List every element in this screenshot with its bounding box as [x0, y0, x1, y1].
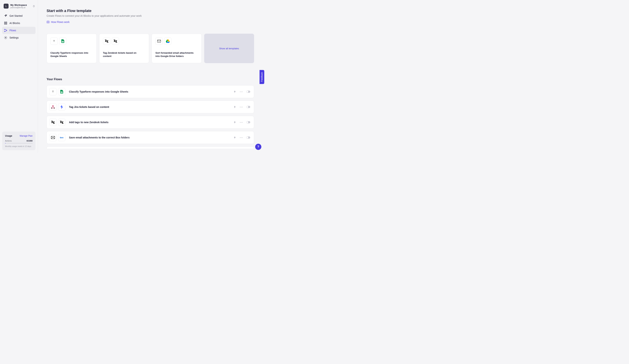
template-title: Classify Typeform responses into Google …	[50, 51, 93, 58]
google-drive-icon	[164, 37, 171, 45]
flow-toggle[interactable]	[246, 121, 250, 123]
google-sheets-icon	[58, 88, 65, 95]
sidebar: L My Workspace patricia@levity.ai Get St…	[0, 0, 38, 153]
usage-progress-bar	[5, 143, 33, 143]
flow-toggle[interactable]	[246, 91, 250, 93]
svg-rect-1	[6, 22, 7, 23]
template-title: Sort forwarded email attachments into Go…	[156, 51, 198, 58]
flow-row[interactable]: Tag Jira tickets based on content	[47, 101, 254, 113]
usage-reset-note: Monthly usage resets in 12 days	[5, 145, 33, 147]
flow-toggle[interactable]	[246, 106, 250, 108]
svg-point-4	[4, 29, 5, 30]
email-outline-icon	[49, 134, 57, 141]
more-menu-button[interactable]	[240, 107, 243, 107]
svg-rect-2	[4, 23, 5, 24]
sparkle-icon	[4, 14, 7, 17]
svg-point-6	[6, 30, 7, 31]
grid-icon	[4, 21, 7, 25]
svg-rect-0	[4, 22, 5, 23]
chevron-up-down-icon	[33, 5, 35, 7]
flow-row[interactable]	[47, 146, 254, 149]
sidebar-item-flows[interactable]: Flows	[2, 27, 35, 34]
how-flows-work-link[interactable]: How Flows work	[47, 20, 70, 23]
usage-title: Usage	[5, 134, 12, 137]
templates-grid: T Classify Typeform responses into Googl…	[47, 34, 254, 63]
more-menu-button[interactable]	[240, 137, 243, 138]
template-title: Tag Zendesk tickets based on content	[103, 51, 146, 58]
zendesk-icon	[58, 119, 65, 126]
svg-point-7	[5, 37, 6, 38]
flow-toggle[interactable]	[246, 136, 250, 139]
flow-title: Classify Typeform responses into Google …	[69, 90, 230, 93]
flow-row[interactable]: box Save email attachments to the correc…	[47, 131, 254, 144]
flows-icon	[4, 29, 7, 32]
zendesk-icon	[49, 119, 57, 126]
flow-title: Tag Jira tickets based on content	[69, 106, 230, 109]
usage-actions-label: Actions	[5, 140, 12, 142]
typeform-icon: T	[50, 37, 58, 45]
flow-row[interactable]: T Classify Typeform responses into Googl…	[47, 85, 254, 98]
workspace-email: patricia@levity.ai	[10, 6, 31, 8]
usage-card: Usage Manage Plan Actions 4/1000 Monthly…	[2, 131, 35, 150]
manage-plan-link[interactable]: Manage Plan	[20, 135, 33, 137]
webhook-icon	[49, 103, 57, 111]
flow-title: Add tags to new Zendesk tickets	[69, 121, 230, 124]
sidebar-item-label: Get Started	[9, 14, 22, 17]
sidebar-nav: Get Started AI Blocks Flows Settings	[0, 12, 38, 41]
bolt-icon[interactable]	[233, 106, 236, 109]
book-icon	[47, 21, 49, 23]
workspace-switcher[interactable]: L My Workspace patricia@levity.ai	[0, 0, 38, 12]
template-card[interactable]: Sort forwarded email attachments into Go…	[152, 34, 202, 63]
sidebar-item-ai-blocks[interactable]: AI Blocks	[2, 19, 35, 27]
usage-actions-value: 4/1000	[26, 140, 33, 142]
sidebar-item-settings[interactable]: Settings	[2, 34, 35, 41]
sidebar-item-label: Flows	[9, 29, 16, 32]
how-link-label: How Flows work	[51, 20, 70, 23]
page-subtitle: Create Flows to connect your AI Blocks t…	[47, 14, 254, 17]
your-flows-heading: Your Flows	[47, 78, 254, 81]
show-all-templates-button[interactable]: Show all templates	[204, 34, 254, 63]
flow-title: Save email attachments to the correct Bo…	[69, 136, 230, 139]
typeform-icon: T	[49, 88, 57, 95]
google-sheets-icon	[59, 37, 66, 45]
box-icon: box	[58, 134, 65, 141]
zendesk-icon	[103, 37, 110, 45]
svg-rect-3	[6, 23, 7, 24]
svg-rect-11	[157, 40, 161, 42]
workspace-name: My Workspace	[10, 4, 31, 6]
main-content: Start with a Flow template Create Flows …	[38, 0, 264, 153]
svg-point-15	[52, 105, 53, 107]
help-button[interactable]: ?	[255, 144, 261, 150]
workspace-info: My Workspace patricia@levity.ai	[10, 4, 31, 8]
feedback-tab[interactable]: Feedback	[260, 70, 264, 84]
bolt-icon[interactable]	[233, 90, 236, 93]
bolt-icon[interactable]	[233, 136, 236, 139]
sidebar-item-label: Settings	[9, 36, 19, 39]
bolt-icon[interactable]	[233, 121, 236, 124]
bolt-blue-icon	[58, 103, 65, 111]
workspace-avatar: L	[4, 4, 8, 8]
more-menu-button[interactable]	[240, 92, 243, 92]
more-menu-button[interactable]	[240, 122, 243, 122]
sidebar-item-label: AI Blocks	[9, 22, 20, 24]
flow-row[interactable]: Add tags to new Zendesk tickets	[47, 116, 254, 128]
template-card[interactable]: T Classify Typeform responses into Googl…	[47, 34, 97, 63]
page-title: Start with a Flow template	[47, 9, 254, 13]
zendesk-icon	[112, 37, 119, 45]
email-icon	[156, 37, 163, 45]
template-card[interactable]: Tag Zendesk tickets based on content	[99, 34, 149, 63]
svg-point-5	[4, 31, 5, 32]
gear-icon	[4, 36, 7, 39]
show-all-label: Show all templates	[219, 47, 239, 50]
sidebar-item-get-started[interactable]: Get Started	[2, 12, 35, 19]
